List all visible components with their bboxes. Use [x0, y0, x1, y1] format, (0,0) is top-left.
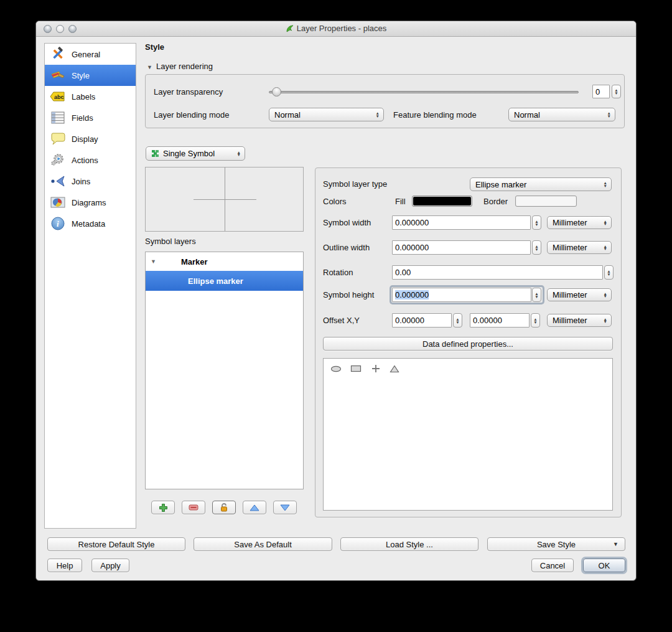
ellipse-shape-icon: [330, 366, 342, 372]
outline-width-label: Outline width: [323, 243, 370, 252]
move-layer-down-button[interactable]: [273, 501, 297, 514]
window-title: Layer Properties - places: [36, 24, 636, 33]
single-symbol-icon: [151, 149, 159, 158]
move-layer-up-button[interactable]: [243, 501, 266, 514]
restore-default-style-button[interactable]: Restore Default Style: [47, 537, 185, 551]
load-style-button[interactable]: Load Style ...: [340, 537, 478, 551]
renderer-type-select[interactable]: Single Symbol▲▼: [146, 146, 245, 161]
sidebar-item-display[interactable]: Display: [45, 128, 136, 149]
sidebar: General Style abc Labels Fields Display …: [44, 43, 136, 529]
fill-label: Fill: [395, 197, 406, 206]
layer-rendering-groupbox: Layer transparency 0 ▲▼ Layer blending m…: [145, 74, 625, 128]
colors-label: Colors: [323, 197, 347, 206]
up-triangle-icon: [250, 504, 259, 511]
sidebar-item-diagrams[interactable]: Diagrams: [45, 192, 136, 213]
ok-button[interactable]: OK: [583, 559, 625, 572]
popup-arrows-icon: ▲▼: [376, 112, 380, 118]
offset-unit-select[interactable]: Millimeter▲▼: [547, 314, 612, 327]
sidebar-item-labels[interactable]: abc Labels: [45, 86, 136, 107]
symbol-height-label: Symbol height: [323, 290, 374, 299]
sidebar-item-joins[interactable]: Joins: [45, 171, 136, 192]
popup-arrows-icon: ▲▼: [604, 292, 607, 298]
preview-horizontal-line: [194, 199, 256, 200]
transparency-value-field[interactable]: 0: [592, 85, 610, 98]
remove-symbol-layer-button[interactable]: [182, 501, 205, 514]
layer-blending-mode-select[interactable]: Normal▲▼: [269, 108, 384, 121]
transparency-slider-track[interactable]: [269, 91, 579, 93]
svg-text:i: i: [57, 219, 59, 229]
fill-color-swatch: [413, 197, 471, 205]
save-as-default-button[interactable]: Save As Default: [194, 537, 332, 551]
layer-blending-mode-label: Layer blending mode: [154, 110, 229, 120]
offset-x-field[interactable]: 0.00000: [392, 313, 452, 328]
symbol-width-unit-select[interactable]: Millimeter▲▼: [547, 216, 612, 229]
border-color-swatch: [516, 197, 576, 205]
popup-arrows-icon: ▲▼: [604, 182, 607, 187]
tree-ellipse-label: Ellipse marker: [188, 276, 243, 286]
tree-item-marker[interactable]: ▼ Marker: [146, 252, 303, 271]
page-title: Style: [145, 42, 164, 52]
symbol-width-field[interactable]: 0.000000: [392, 215, 531, 230]
offset-x-stepper[interactable]: ▲▼: [453, 313, 462, 328]
data-defined-properties-button[interactable]: Data defined properties...: [323, 337, 613, 351]
table-icon: [50, 110, 66, 126]
border-color-button[interactable]: [515, 196, 577, 207]
pie-chart-icon: [50, 194, 66, 210]
save-style-menu-button[interactable]: Save Style ▼: [487, 537, 625, 551]
popup-arrows-icon: ▲▼: [237, 151, 241, 156]
outline-width-stepper[interactable]: ▲▼: [532, 240, 541, 255]
symbol-height-stepper[interactable]: ▲▼: [532, 288, 541, 302]
symbol-width-label: Symbol width: [323, 218, 371, 227]
sidebar-item-fields[interactable]: Fields: [45, 107, 136, 128]
outline-width-unit-select[interactable]: Millimeter▲▼: [547, 241, 612, 254]
symbol-height-field[interactable]: 0.000000: [392, 288, 531, 302]
sidebar-item-metadata[interactable]: i Metadata: [45, 213, 136, 234]
svg-text:abc: abc: [54, 94, 64, 100]
offset-y-stepper[interactable]: ▲▼: [531, 313, 540, 328]
popup-arrows-icon: ▲▼: [604, 318, 607, 323]
triangle-shape-icon: [390, 365, 399, 373]
sidebar-item-label: General: [72, 50, 100, 59]
feature-blending-mode-label: Feature blending mode: [393, 110, 477, 120]
layer-rendering-section[interactable]: ▼Layer rendering: [147, 62, 213, 71]
symbol-width-stepper[interactable]: ▲▼: [532, 215, 541, 230]
layer-properties-window: Layer Properties - places General Style …: [35, 21, 637, 581]
symbol-preview: [145, 167, 304, 232]
rotation-stepper[interactable]: ▲▼: [604, 265, 614, 280]
sidebar-item-label: Display: [72, 134, 98, 144]
tree-disclosure-icon[interactable]: ▼: [151, 258, 156, 265]
fill-color-button[interactable]: [412, 196, 472, 207]
add-symbol-layer-button[interactable]: [151, 501, 175, 514]
sidebar-item-label: Style: [72, 71, 90, 80]
lock-symbol-layer-button[interactable]: [212, 501, 236, 514]
sidebar-item-general[interactable]: General: [45, 44, 136, 65]
rotation-field[interactable]: 0.00: [392, 265, 603, 280]
cancel-button[interactable]: Cancel: [531, 559, 574, 572]
tree-marker-label: Marker: [181, 257, 208, 266]
cross-shape-icon: [371, 364, 380, 373]
sidebar-item-label: Fields: [72, 113, 93, 123]
apply-button[interactable]: Apply: [91, 559, 129, 572]
popup-arrows-icon: ▲▼: [604, 220, 607, 225]
disclosure-triangle-icon[interactable]: ▼: [147, 64, 152, 70]
offset-y-field[interactable]: 0.00000: [470, 313, 530, 328]
feature-blending-mode-select[interactable]: Normal▲▼: [508, 108, 615, 121]
rectangle-shape-icon: [350, 365, 362, 372]
sidebar-item-actions[interactable]: Actions: [45, 149, 136, 171]
shape-cross-option[interactable]: [368, 362, 383, 375]
symbol-layer-type-select[interactable]: Ellipse marker▲▼: [470, 177, 612, 191]
popup-arrows-icon: ▲▼: [604, 245, 607, 250]
sidebar-item-style[interactable]: Style: [45, 65, 136, 86]
tree-item-ellipse-marker[interactable]: Ellipse marker: [146, 271, 303, 291]
sidebar-item-label: Labels: [72, 92, 95, 101]
outline-width-field[interactable]: 0.000000: [392, 240, 531, 255]
shape-triangle-option[interactable]: [387, 362, 402, 375]
title-bar[interactable]: Layer Properties - places: [36, 21, 636, 37]
shape-ellipse-option[interactable]: [329, 362, 343, 375]
gear-play-icon: [50, 152, 66, 168]
shape-rectangle-option[interactable]: [348, 362, 363, 375]
help-button[interactable]: Help: [47, 559, 82, 572]
symbol-height-unit-select[interactable]: Millimeter▲▼: [547, 288, 612, 301]
transparency-stepper[interactable]: ▲▼: [612, 85, 621, 98]
transparency-slider-handle[interactable]: [272, 87, 281, 97]
